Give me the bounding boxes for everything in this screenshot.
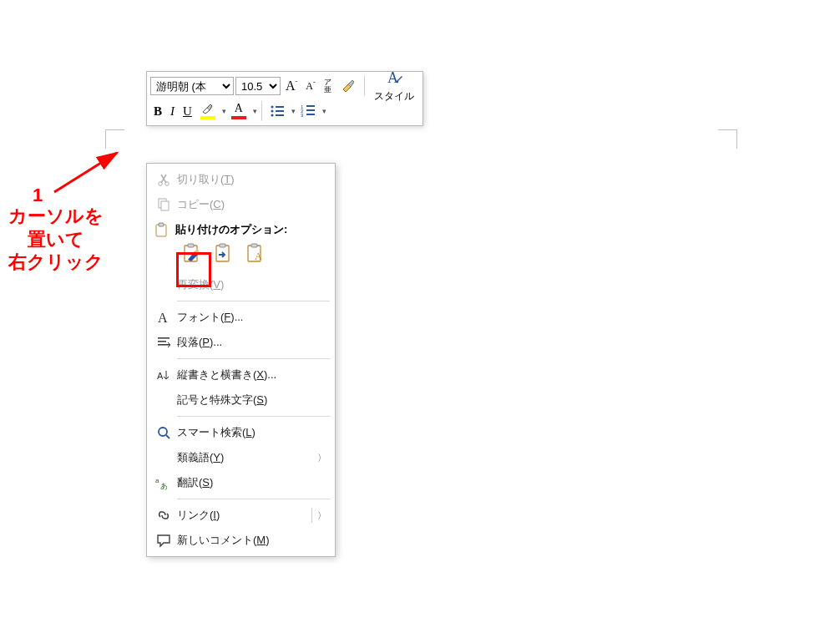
svg-rect-22 — [188, 244, 194, 247]
svg-rect-29 — [158, 337, 170, 339]
underline-button[interactable]: U — [180, 101, 195, 121]
svg-point-16 — [165, 182, 170, 186]
clipboard-icon — [147, 222, 175, 239]
numbering-button[interactable]: 1 2 3 — [297, 101, 319, 121]
svg-rect-6 — [276, 110, 284, 112]
font-name-combo[interactable]: 游明朝 (本 — [150, 77, 234, 95]
svg-rect-26 — [251, 244, 257, 247]
phonetic-guide-button[interactable]: ア 亜 — [321, 76, 335, 96]
paintbrush-icon — [340, 78, 357, 94]
svg-point-33 — [159, 428, 167, 436]
svg-rect-18 — [161, 201, 169, 210]
font-icon: A — [152, 310, 175, 325]
italic-button[interactable]: I — [167, 101, 178, 121]
menu-reconvert: 再変換(V) — [147, 272, 335, 297]
bullets-icon — [270, 104, 285, 118]
menu-new-comment[interactable]: 新しいコメント(M) — [147, 528, 335, 553]
svg-point-2 — [396, 80, 397, 82]
menu-font-label: フォント(F)... — [175, 310, 326, 325]
annotation-instruction: カーソルを 置いて 右クリック — [8, 205, 104, 274]
svg-point-3 — [271, 105, 273, 108]
menu-paragraph-label: 段落(P)... — [175, 335, 326, 350]
svg-point-7 — [271, 114, 273, 116]
menu-smart-lookup[interactable]: スマート検索(L) — [147, 420, 335, 445]
annotation-arrow — [46, 146, 129, 196]
highlight-dropdown[interactable]: ▾ — [222, 107, 226, 115]
svg-rect-4 — [276, 106, 284, 108]
menu-separator — [177, 416, 330, 417]
paste-merge-icon — [213, 243, 235, 265]
context-menu: 切り取り(T) コピー(C) 貼り付けのオプション: — [146, 163, 336, 557]
svg-rect-31 — [158, 344, 170, 346]
svg-text:A: A — [157, 371, 164, 381]
translate-icon: aあ — [152, 475, 175, 490]
svg-point-5 — [271, 109, 273, 112]
styles-label: スタイル — [374, 89, 414, 104]
menu-synonyms[interactable]: 類義語(Y) 〉 — [147, 445, 335, 470]
menu-paste-section: 貼り付けのオプション: — [147, 217, 335, 272]
paragraph-icon — [152, 335, 175, 350]
annotation-step-1: 1 — [33, 184, 43, 207]
format-painter-button[interactable] — [337, 76, 360, 96]
menu-font[interactable]: A フォント(F)... — [147, 305, 335, 330]
bullets-button[interactable] — [266, 101, 288, 121]
paste-keep-source-button[interactable] — [179, 241, 205, 267]
menu-symbols[interactable]: 記号と特殊文字(S) — [147, 387, 335, 413]
menu-translate[interactable]: aあ 翻訳(S) — [147, 470, 335, 495]
svg-text:あ: あ — [160, 482, 168, 490]
menu-copy-label: コピー(C) — [175, 197, 326, 212]
svg-point-15 — [159, 182, 163, 186]
paste-text-only-icon: A — [245, 243, 266, 265]
grow-font-button[interactable]: Aˆ — [282, 76, 301, 96]
menu-link[interactable]: リンク(I) 〉 — [147, 503, 335, 528]
page-corner-top-right — [718, 129, 737, 149]
menu-separator — [177, 358, 330, 359]
svg-text:A: A — [255, 251, 262, 262]
menu-smart-lookup-label: スマート検索(L) — [175, 425, 326, 440]
bold-button[interactable]: B — [150, 101, 165, 121]
svg-text:a: a — [155, 477, 159, 484]
svg-rect-20 — [159, 223, 164, 226]
font-size-combo[interactable]: 10.5 — [235, 77, 281, 95]
paste-text-only-button[interactable]: A — [242, 241, 269, 267]
menu-paragraph[interactable]: 段落(P)... — [147, 330, 335, 355]
menu-translate-label: 翻訳(S) — [175, 475, 326, 490]
svg-rect-12 — [306, 109, 315, 111]
styles-button[interactable]: A スタイル — [369, 64, 419, 108]
bullets-dropdown[interactable]: ▾ — [291, 107, 296, 115]
scissors-icon — [152, 172, 175, 187]
menu-link-label: リンク(I) — [175, 508, 306, 523]
comment-icon — [152, 533, 175, 548]
copy-icon — [152, 197, 175, 212]
svg-line-34 — [166, 435, 170, 438]
paste-keep-source-icon — [181, 243, 203, 265]
menu-new-comment-label: 新しいコメント(M) — [175, 533, 326, 548]
font-color-button[interactable]: A — [228, 101, 250, 121]
menu-cut: 切り取り(T) — [147, 167, 335, 192]
numbering-dropdown[interactable]: ▾ — [322, 107, 326, 115]
link-icon — [152, 508, 175, 523]
menu-reconvert-label: 再変換(V) — [175, 277, 326, 292]
menu-text-direction-label: 縦書きと横書き(X)... — [175, 367, 326, 382]
menu-synonyms-label: 類義語(Y) — [175, 450, 317, 465]
menu-separator — [177, 499, 330, 499]
svg-rect-24 — [220, 244, 225, 247]
highlight-button[interactable] — [197, 101, 219, 121]
styles-icon: A — [385, 69, 403, 88]
svg-text:A: A — [158, 311, 168, 325]
menu-copy: コピー(C) — [147, 192, 335, 217]
svg-rect-8 — [276, 114, 284, 116]
paste-merge-button[interactable] — [210, 241, 237, 267]
paste-options-label: 貼り付けのオプション: — [175, 220, 287, 241]
font-color-dropdown[interactable]: ▾ — [253, 107, 257, 115]
chevron-right-icon: 〉 — [317, 509, 326, 522]
svg-text:A: A — [387, 69, 398, 86]
highlighter-icon — [200, 103, 215, 114]
shrink-font-button[interactable]: Aˇ — [302, 76, 318, 96]
menu-text-direction[interactable]: A 縦書きと横書き(X)... — [147, 362, 335, 387]
text-direction-icon: A — [152, 367, 175, 382]
svg-rect-10 — [306, 105, 315, 107]
menu-cut-label: 切り取り(T) — [175, 172, 326, 187]
svg-line-0 — [54, 153, 117, 192]
svg-rect-14 — [306, 114, 315, 115]
